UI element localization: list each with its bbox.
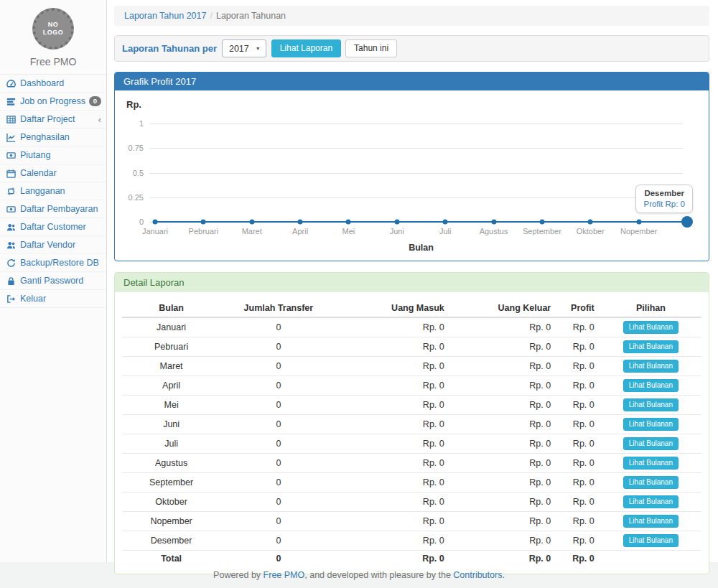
sidebar-item-piutang[interactable]: Piutang — [0, 146, 106, 164]
cell-uang_keluar: Rp. 0 — [450, 396, 556, 415]
cell-jumlah_transfer: 0 — [220, 396, 336, 415]
sidebar-item-label: Calendar — [20, 167, 101, 179]
tahun-ini-button[interactable]: Tahun ini — [345, 39, 397, 57]
tooltip-month: Desember — [643, 189, 685, 197]
lihat-bulanan-button[interactable]: Lihat Bulanan — [623, 321, 679, 334]
sidebar-item-keluar[interactable]: Keluar — [0, 290, 106, 308]
year-select[interactable]: 2017 ▼ — [222, 39, 266, 57]
x-axis-label: Juni — [390, 227, 404, 235]
table-row: Mei0Rp. 0Rp. 0Rp. 0Lihat Bulanan — [122, 396, 701, 415]
sidebar-item-backup-restore-db[interactable]: Backup/Restore DB — [0, 254, 106, 272]
chart-point-nopember[interactable] — [636, 220, 641, 225]
x-axis-label: Juli — [439, 227, 452, 235]
table-icon — [6, 115, 17, 124]
lihat-laporan-button[interactable]: Lihat Laporan — [271, 39, 341, 57]
chart-point-maret[interactable] — [249, 220, 254, 225]
sidebar-item-langganan[interactable]: Langganan — [0, 182, 106, 200]
cell-uang_masuk: Rp. 0 — [337, 337, 450, 357]
cell-jumlah_transfer: 0 — [220, 551, 336, 567]
cell-bulan: Januari — [122, 317, 220, 337]
sidebar-item-label: Daftar Pembayaran — [20, 203, 101, 215]
footer-link-free-pmo[interactable]: Free PMO — [264, 570, 305, 580]
chart-point-mei[interactable] — [346, 220, 351, 225]
toolbar-label: Laporan Tahunan per — [122, 43, 217, 54]
profit-line — [155, 221, 687, 223]
detail-panel-title: Detail Laporan — [115, 273, 709, 292]
sidebar-item-daftar-pembayaran[interactable]: Daftar Pembayaran — [0, 200, 106, 218]
logo-text-line1: NO — [48, 21, 59, 29]
footer-link-contributors[interactable]: Contributors. — [453, 570, 505, 580]
cell-pilihan: Lihat Bulanan — [600, 396, 701, 415]
chart-point-september[interactable] — [539, 220, 544, 225]
cell-uang_masuk: Rp. 0 — [337, 493, 450, 512]
lihat-bulanan-button[interactable]: Lihat Bulanan — [623, 379, 679, 392]
lihat-bulanan-button[interactable]: Lihat Bulanan — [623, 515, 679, 528]
sidebar-item-calendar[interactable]: Calendar — [0, 164, 106, 182]
lihat-bulanan-button[interactable]: Lihat Bulanan — [623, 534, 679, 547]
sidebar-item-job-on-progress[interactable]: Job on Progress0 — [0, 93, 106, 111]
cell-uang_masuk: Rp. 0 — [337, 454, 450, 473]
chart-point-agustus[interactable] — [491, 220, 496, 225]
chart-point-januari[interactable] — [153, 220, 158, 225]
x-axis-label: September — [523, 227, 561, 235]
cell-profit: Rp. 0 — [556, 493, 600, 512]
x-axis-label: Oktober — [577, 227, 605, 235]
tooltip-value: Profit Rp: 0 — [643, 200, 685, 208]
column-header-jumlah-transfer: Jumlah Transfer — [220, 299, 336, 317]
lihat-bulanan-button[interactable]: Lihat Bulanan — [623, 360, 679, 373]
year-select-value: 2017 — [229, 44, 249, 54]
sidebar-item-label: Keluar — [20, 293, 101, 304]
cell-jumlah_transfer: 0 — [220, 376, 336, 396]
table-row: Juni0Rp. 0Rp. 0Rp. 0Lihat Bulanan — [122, 415, 701, 434]
chart-tooltip: Desember Profit Rp: 0 — [635, 185, 693, 213]
table-row: Nopember0Rp. 0Rp. 0Rp. 0Lihat Bulanan — [122, 512, 701, 531]
logo-box: NO LOGO Free PMO — [0, 0, 106, 74]
y-axis-tick: 0.5 — [115, 169, 144, 177]
sidebar-item-label: Langganan — [20, 185, 101, 197]
breadcrumb: Laporan Tahun 2017/Laporan Tahunan — [114, 6, 709, 26]
cell-uang_keluar: Rp. 0 — [450, 512, 556, 531]
lihat-bulanan-button[interactable]: Lihat Bulanan — [623, 398, 679, 411]
sidebar-item-daftar-vendor[interactable]: Daftar Vendor — [0, 236, 106, 254]
grid-line — [149, 173, 683, 174]
sidebar-item-penghasilan[interactable]: Penghasilan — [0, 129, 106, 146]
cell-bulan: Maret — [122, 357, 220, 376]
chart-point-oktober[interactable] — [588, 220, 593, 225]
lihat-bulanan-button[interactable]: Lihat Bulanan — [623, 457, 679, 470]
cell-pilihan — [600, 551, 701, 567]
cell-jumlah_transfer: 0 — [220, 434, 336, 454]
cell-uang_keluar: Rp. 0 — [450, 317, 556, 337]
lihat-bulanan-button[interactable]: Lihat Bulanan — [623, 418, 679, 431]
cell-bulan: Nopember — [122, 512, 220, 531]
chart-point-desember[interactable] — [681, 216, 693, 228]
table-row: Juli0Rp. 0Rp. 0Rp. 0Lihat Bulanan — [122, 434, 701, 454]
lihat-bulanan-button[interactable]: Lihat Bulanan — [623, 476, 679, 489]
sidebar-item-dashboard[interactable]: Dashboard — [0, 75, 106, 93]
chart-point-juni[interactable] — [394, 220, 399, 225]
sidebar-item-label: Daftar Customer — [20, 221, 101, 233]
table-row: Oktober0Rp. 0Rp. 0Rp. 0Lihat Bulanan — [122, 493, 701, 512]
sidebar-item-ganti-password[interactable]: Ganti Password — [0, 272, 106, 290]
sidebar-item-label: Penghasilan — [20, 131, 101, 143]
lihat-bulanan-button[interactable]: Lihat Bulanan — [623, 437, 679, 450]
breadcrumb-link-laporan-tahun[interactable]: Laporan Tahun 2017 — [124, 11, 206, 21]
lihat-bulanan-button[interactable]: Lihat Bulanan — [623, 495, 679, 508]
count-badge: 0 — [89, 96, 101, 106]
cell-uang_masuk: Rp. 0 — [337, 512, 450, 531]
report-table-body: Januari0Rp. 0Rp. 0Rp. 0Lihat BulananPebr… — [122, 317, 701, 566]
breadcrumb-separator: / — [210, 11, 212, 21]
lihat-bulanan-button[interactable]: Lihat Bulanan — [623, 340, 679, 353]
y-axis-tick: 0 — [115, 218, 144, 226]
chart-point-juli[interactable] — [443, 220, 448, 225]
sign-out-icon — [6, 294, 17, 304]
chart-point-pebruari[interactable] — [201, 220, 206, 225]
cell-bulan: Juli — [122, 434, 220, 454]
cell-profit: Rp. 0 — [556, 473, 600, 493]
cell-uang_masuk: Rp. 0 — [337, 396, 450, 415]
sidebar-item-daftar-project[interactable]: Daftar Project‹ — [0, 111, 106, 129]
chart-point-april[interactable] — [298, 220, 303, 225]
column-header-profit: Profit — [556, 299, 600, 317]
sidebar-item-daftar-customer[interactable]: Daftar Customer — [0, 218, 106, 236]
cell-pilihan: Lihat Bulanan — [600, 473, 701, 493]
lock-icon — [6, 276, 17, 286]
